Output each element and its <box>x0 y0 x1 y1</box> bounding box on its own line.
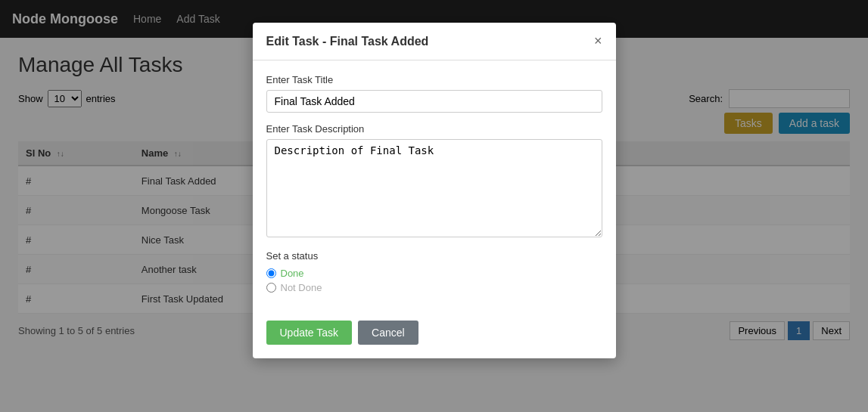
task-desc-label: Enter Task Description <box>266 123 602 135</box>
status-group: Set a status Done Not Done <box>266 250 602 293</box>
cancel-button[interactable]: Cancel <box>358 321 418 345</box>
update-task-button[interactable]: Update Task <box>266 321 353 345</box>
modal-footer: Update Task Cancel <box>253 318 616 355</box>
task-desc-textarea[interactable]: Description of Final Task <box>266 139 602 237</box>
status-notdone-option[interactable]: Not Done <box>266 282 602 293</box>
modal-title: Edit Task - Final Task Added <box>266 35 429 48</box>
status-label: Set a status <box>266 250 602 262</box>
modal-body: Enter Task Title Enter Task Description … <box>253 60 616 318</box>
modal-overlay: Edit Task - Final Task Added × Enter Tas… <box>0 0 868 355</box>
task-title-input[interactable] <box>266 90 602 113</box>
task-title-label: Enter Task Title <box>266 74 602 85</box>
status-done-text: Done <box>281 268 304 279</box>
modal-close-button[interactable]: × <box>594 33 602 49</box>
status-notdone-text: Not Done <box>281 282 322 293</box>
edit-task-modal: Edit Task - Final Task Added × Enter Tas… <box>253 23 616 355</box>
task-title-group: Enter Task Title <box>266 74 602 113</box>
task-desc-group: Enter Task Description Description of Fi… <box>266 123 602 240</box>
status-notdone-radio[interactable] <box>266 283 276 293</box>
status-done-option[interactable]: Done <box>266 268 602 279</box>
status-done-radio[interactable] <box>266 268 276 278</box>
modal-header: Edit Task - Final Task Added × <box>253 23 616 60</box>
